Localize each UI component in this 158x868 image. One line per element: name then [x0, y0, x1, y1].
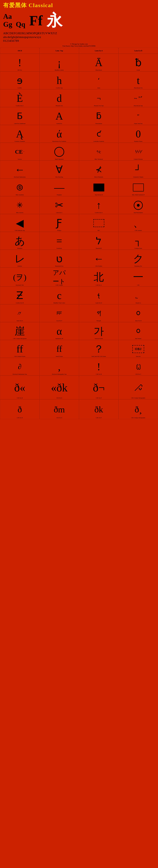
cell-cjk-compat: アパート CJK Compat [40, 268, 79, 286]
glyph-cjk-f: ð¬ [93, 381, 105, 394]
glyph-circled-1: ① [17, 185, 23, 190]
cell-alphabetic-pf: α Alphabetic PF [40, 322, 79, 340]
glyph-bottom-4: ð¸ [135, 404, 142, 414]
glyph-lisu: ꡀ [57, 311, 62, 316]
glyph-korean-ga: 가 [93, 326, 104, 337]
cell-latin-ext-c: ✂ Latin Ext C [40, 196, 79, 214]
glyph-arrow-up: ↑ [96, 199, 101, 211]
glyph-b-topbar: Ƃ [17, 112, 23, 121]
glyph-vulgar-fractions: ⅐⅟ [135, 150, 142, 154]
cell-katakana: = Katakana [40, 232, 79, 250]
cell-ipa-ext: ! IPA Ext [0, 54, 40, 71]
cell-small-forms: ff Small Forms [40, 340, 79, 358]
cell-geometric-shapes: ┘ Geometric Shapes [118, 161, 158, 178]
glyph-enclosed-paren: (ヲ) [13, 272, 27, 283]
glyph-obj-box: OBJ [132, 345, 144, 353]
cell-hiragana: あ Hiragana [0, 232, 40, 250]
cell-lisu: ꡀ Lisu Ext F [40, 304, 79, 322]
cell-bottom-1: ð CJK Ext D [0, 399, 40, 419]
cell-greek-ext: A Greek Ext [40, 107, 79, 125]
cell-control-pictures: ⅐⅟ Control Pictures [118, 143, 158, 161]
cell-sup-arrows-b: Sup Arrows B [79, 178, 118, 196]
cell-bottom-2: ðm CJK Ext E [40, 399, 79, 419]
cell-arrows: CE ⁻ Arrows [0, 143, 40, 161]
cell-cyrillic-sup: h Cyrillic Sup [40, 71, 79, 89]
cell-bengali: গ Bengali [79, 304, 118, 322]
glyph-A: A [55, 111, 63, 122]
cell-cjk-ext-b: ! CJK Ext B [79, 358, 118, 376]
glyph-white-rect [133, 184, 144, 191]
cell-sup-punctuation: Sup Punctuation [118, 196, 158, 214]
glyph-c-small: c [57, 290, 62, 301]
cell-enclosed-ideographic-sup: , Enclosed Ideographic Sup [40, 358, 79, 376]
glyph-equals: = [56, 235, 62, 247]
header: 有爱黑体 Classical Aa Gg Qq Ff 永 ABCDEFGHIJK… [0, 0, 158, 419]
glyph-c-hook: ƈ [96, 130, 101, 138]
glyph-e-open: ɘ [17, 75, 23, 86]
cell-modifier-letters: ¡ Modifier Letters [40, 54, 79, 71]
cell-cjk-symbol: 、 CJK Symbol [118, 214, 158, 232]
cell-diacriticals-sup: ~ "ʼ Diacriticals Sup [118, 89, 158, 107]
cell-number-forms: 0 Number Forms [118, 125, 158, 143]
glyph-partial: ∂ [18, 363, 22, 371]
glyph-ff-small: ff [56, 344, 62, 354]
glyph-bottom-2: ðm [54, 404, 65, 414]
cell-cjk-strokes: ← CJK Strokes [79, 250, 118, 268]
glyph-cjk-d: ð« [14, 381, 25, 394]
cell-letterlike-symbols: ƈ Letterlike Symbols [79, 125, 118, 143]
glyph-omega-latin: Ꞷ [136, 362, 141, 372]
glyph-bottom-3: ðk [94, 404, 103, 414]
glyph-cjk-north: 北 [93, 272, 104, 283]
cell-diacriticals-ext: t Diacriticals Ext [118, 71, 158, 89]
cell-kayah-li: ꤭ Kayah Li [118, 286, 158, 304]
glyph-d: d [57, 93, 62, 104]
col-header-latin-ext-b: Latin Ext B [118, 48, 158, 54]
glyph-black-rect [93, 184, 104, 191]
glyph-katakana-re: レ [14, 253, 25, 264]
glyph-f-hook: Ƒ [56, 217, 62, 229]
glyph-CE: CE [15, 149, 23, 155]
cell-jamo-ext-a: ꥀ Jamo Ext A [0, 304, 40, 322]
cell-cjk-compat-ideographic: 𜽰 CJK Compat Ideographic [118, 376, 158, 399]
col-header-latin-sup: Latin / Sup [40, 48, 79, 54]
cell-latin-ext-additional: Ƃ Latin Ext Additional [0, 107, 40, 125]
glyph-fraction: ᵃ⁄c [96, 150, 101, 154]
cell-phonetic-ext: d Phonetic Ext [40, 89, 79, 107]
glyph-e-grave: È [16, 93, 23, 104]
cell-kanbun: レ Kanbun [0, 250, 40, 268]
cell-cjk-ext-d: ð« CJK Ext D [0, 376, 40, 399]
cell-cyrillic: ɘ Cyrillic [0, 71, 40, 89]
glyph-cjk-compat-ideo: 𜽰 [133, 381, 144, 394]
cell-math-operators: Math Operators [40, 143, 79, 161]
cell-block-elements: ⊀ Block Elements [79, 161, 118, 178]
cell-cjk-ext-e: «ðk CJK Ext E [40, 376, 79, 399]
glyph-b-hook: ƃ [96, 112, 102, 121]
cell-cjk: 一 CJK [118, 268, 158, 286]
header-ff: Ff [29, 13, 43, 28]
header-latin-gq: Gg Qq [3, 21, 25, 29]
glyph-arrow-left: ← [14, 164, 25, 175]
glyph-inverted-exclaim: ¡ [57, 57, 61, 68]
cell-modifier-tone-letters: c Modifier Tone Lettes [40, 286, 79, 304]
glyph-jamo-ng: ᆼ [134, 327, 143, 336]
glyph-t: t [137, 75, 140, 86]
cell-bottom-3: ðk CJK Ext F [79, 399, 118, 419]
col-header-ascii: ASCII [0, 48, 40, 54]
glyph-hiragana-a: あ [14, 235, 25, 247]
glyph-A-ogonek: Ą [16, 128, 24, 140]
glyph-double-prime: ″ [137, 113, 140, 119]
glyph-cliff: 崖 [14, 326, 25, 337]
glyph-hebrew-tet: ט [56, 253, 63, 264]
glyph-ideographic-comma: 、 [133, 217, 144, 229]
cell-bottom-4: ð¸ CJK Compat Ideographic [118, 399, 158, 419]
header-alphabet-upper: ABCDEFGHIJKLMNOPQRSTUVWXYZ [3, 32, 155, 35]
cell-phonetic-ext-sup: ¬ Phonetic Ext Sup [79, 89, 118, 107]
cell-latin-ext-d: ꞎ Latin Ext D [79, 286, 118, 304]
glyph-apart: アパート [53, 269, 66, 286]
cell-cyrillic-ext-a: ↑ Cyrillic Ext A [79, 196, 118, 214]
cell-enclosed-cjk: (ヲ) Enclosed CJK [0, 268, 40, 286]
header-alphabet-lower: abcdefghijklmnopqrstuvwxyz [3, 35, 155, 39]
cell-diacriticals-for-symbols: ά Diacriticals For Symbols [40, 125, 79, 143]
glyph-jamo-b: ᆼ [134, 309, 143, 318]
cell-kangxi: Ƒ Kangxi [40, 214, 79, 232]
